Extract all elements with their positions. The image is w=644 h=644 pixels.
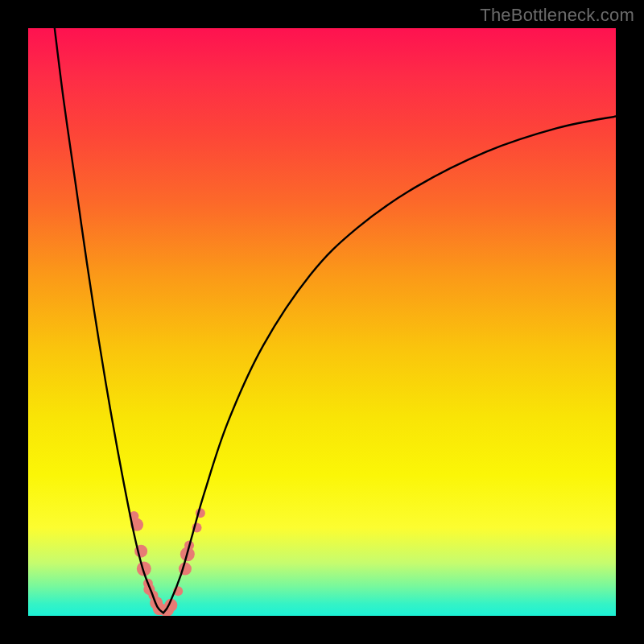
curve-layer bbox=[28, 28, 616, 616]
plot-area bbox=[28, 28, 616, 616]
left-branch-line bbox=[55, 28, 163, 613]
watermark-text: TheBottleneck.com bbox=[480, 5, 634, 26]
chart-frame: TheBottleneck.com bbox=[0, 0, 644, 644]
right-branch-line bbox=[163, 117, 616, 613]
